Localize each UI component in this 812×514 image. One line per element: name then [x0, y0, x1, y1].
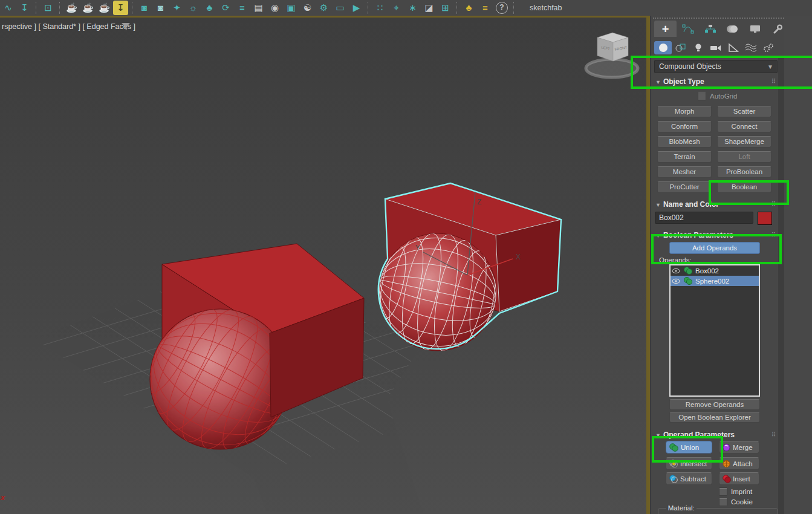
viewport-label[interactable]: rspective ] [ Standard* ] [ Edged Faces … — [2, 22, 135, 31]
mesher-button[interactable]: Mesher — [657, 166, 712, 178]
connect-button[interactable]: Connect — [717, 121, 771, 132]
imprint-checkbox[interactable]: Imprint — [719, 487, 752, 496]
insert-button[interactable]: Insert — [719, 472, 759, 485]
panel-scrollbar[interactable] — [778, 58, 784, 514]
subtab-shapes[interactable] — [672, 41, 689, 54]
object-color-swatch[interactable] — [758, 212, 772, 225]
play-monitor-icon[interactable]: ▶ — [349, 1, 364, 15]
tab-motion[interactable] — [721, 21, 744, 37]
visibility-eye-icon[interactable] — [672, 278, 681, 285]
visibility-eye-icon[interactable] — [672, 267, 681, 275]
material-group: Material: — [658, 504, 778, 514]
light-bulb-icon[interactable]: ✦ — [169, 1, 184, 15]
loft-button[interactable]: Loft — [717, 151, 771, 163]
sketchfab-menu[interactable]: sketchfab — [530, 4, 562, 12]
morph-button[interactable]: Morph — [657, 106, 712, 117]
drag-grip-icon[interactable]: ⠿ — [771, 201, 775, 207]
svg-text:Y: Y — [415, 244, 420, 252]
rendered-frame-window-icon[interactable]: ☕ — [80, 1, 96, 15]
transform-dots-icon[interactable]: ∷ — [372, 1, 388, 15]
tab-create[interactable]: + — [654, 21, 677, 37]
object-name-field[interactable]: Box002 — [655, 212, 753, 224]
proboolean-button[interactable]: ProBoolean — [717, 166, 771, 178]
remove-operands-button[interactable]: Remove Operands — [669, 399, 760, 410]
shapemerge-button[interactable]: ShapeMerge — [717, 136, 771, 148]
svg-text:Z: Z — [477, 198, 481, 206]
terrain-button[interactable]: Terrain — [657, 151, 712, 163]
open-boolean-explorer-button[interactable]: Open Boolean Explorer — [669, 412, 760, 423]
blobmesh-button[interactable]: BlobMesh — [657, 136, 712, 148]
batch-render-icon[interactable]: ↧ — [113, 1, 128, 15]
subtab-helpers[interactable] — [724, 41, 742, 54]
rollout-name-color[interactable]: ▼Name and Color ⠿ — [654, 200, 778, 210]
filter-funnel-icon[interactable] — [121, 22, 131, 31]
boolean-selected-object[interactable]: Z X Y — [368, 183, 561, 362]
category-dropdown[interactable]: Compound Objects ▼ — [654, 60, 778, 73]
rollout-operand-parameters[interactable]: ▼Operand Parameters ⠿ — [654, 431, 778, 441]
align-icon[interactable]: ⊞ — [438, 1, 453, 15]
update-icon[interactable]: ⟳ — [218, 1, 233, 15]
add-operands-button[interactable]: Add Operands — [669, 242, 760, 254]
boolean-button[interactable]: Boolean — [717, 181, 771, 193]
drag-grip-icon[interactable]: ⠿ — [771, 78, 775, 85]
command-panel: + — [650, 16, 812, 514]
notes-list-icon[interactable]: ≡ — [478, 1, 493, 15]
conform-button[interactable]: Conform — [657, 121, 712, 132]
intersect-button[interactable]: Intersect — [666, 457, 712, 470]
subtab-lights[interactable] — [689, 41, 707, 54]
particles-icon[interactable]: ∗ — [405, 1, 420, 15]
box-sphere-unselected[interactable] — [125, 244, 364, 474]
viewcube[interactable]: LEFT FRONT — [586, 33, 638, 77]
subtab-systems[interactable] — [759, 41, 777, 54]
scatter-button[interactable]: Scatter — [717, 106, 771, 117]
render-ring-icon[interactable]: ◉ — [267, 1, 282, 15]
target-icon[interactable]: ⌖ — [389, 1, 404, 15]
material-editor-icon[interactable]: ☯ — [300, 1, 315, 15]
tree-icon[interactable]: ♣ — [202, 1, 217, 15]
import-icon[interactable]: ↧ — [17, 1, 32, 15]
subtab-geometry[interactable] — [654, 41, 672, 54]
snaps-toggle-icon[interactable]: ⊡ — [41, 1, 56, 15]
scene-canvas[interactable]: Z X Y LEFT FRONT — [0, 18, 646, 514]
main-toolbar: ∿↧⊡☕☕☕↧◙◙✦☼♣⟳≡▤◉▣☯⚙▭▶∷⌖∗◪⊞♣≡? sketchfab — [0, 0, 812, 16]
sun-icon[interactable]: ☼ — [186, 1, 201, 15]
curve-editor-icon[interactable]: ∿ — [1, 1, 16, 15]
attach-icon — [722, 460, 731, 468]
drag-grip-icon[interactable]: ⠿ — [771, 232, 775, 238]
add-camera-icon[interactable]: ◙ — [153, 1, 168, 15]
render-setup-icon[interactable]: ☕ — [64, 1, 79, 15]
operands-list[interactable]: Box002 Sphere002 — [669, 264, 760, 397]
subtab-cameras[interactable] — [707, 41, 724, 54]
help-icon[interactable]: ? — [496, 2, 508, 14]
monitor-icon[interactable]: ▭ — [333, 1, 348, 15]
forest-icon[interactable]: ♣ — [461, 1, 476, 15]
attach-button[interactable]: Attach — [719, 457, 759, 470]
template-page-icon[interactable]: ▤ — [251, 1, 266, 15]
video-camera-icon[interactable]: ◙ — [137, 1, 152, 15]
tab-utilities[interactable] — [766, 21, 788, 37]
rollout-boolean-parameters[interactable]: ▼Boolean Parameters ⠿ — [654, 231, 778, 241]
rollout-object-type[interactable]: ▼Object Type ⠿ — [654, 77, 778, 88]
paint-select-icon[interactable]: ◪ — [421, 1, 437, 15]
quick-render-icon[interactable]: ☕ — [97, 1, 112, 15]
union-button[interactable]: Union — [666, 441, 712, 454]
tab-display[interactable] — [744, 21, 766, 37]
operand-row-sphere002[interactable]: Sphere002 — [671, 276, 759, 286]
drag-grip-icon[interactable]: ⠿ — [771, 431, 775, 438]
toolbar-separator — [132, 2, 133, 14]
operands-label: Operands: — [659, 256, 692, 264]
operand-row-box002[interactable]: Box002 — [671, 265, 759, 276]
tab-modify[interactable] — [677, 21, 699, 37]
autogrid-checkbox[interactable]: AutoGrid — [698, 92, 737, 100]
chevron-down-icon: ▼ — [767, 60, 773, 73]
list-icon[interactable]: ≡ — [235, 1, 250, 15]
subtract-button[interactable]: Subtract — [666, 472, 712, 485]
toolbar-separator — [456, 2, 458, 14]
subtab-space-warps[interactable] — [742, 41, 759, 54]
tab-hierarchy[interactable] — [699, 21, 721, 37]
layers-icon[interactable]: ▣ — [284, 1, 299, 15]
perspective-viewport[interactable]: Z X Y LEFT FRONT rspective ] [ Standard*… — [0, 16, 650, 514]
settings-gear-icon[interactable]: ⚙ — [316, 1, 331, 15]
procutter-button[interactable]: ProCutter — [657, 181, 712, 193]
merge-button[interactable]: Merge — [719, 441, 759, 454]
